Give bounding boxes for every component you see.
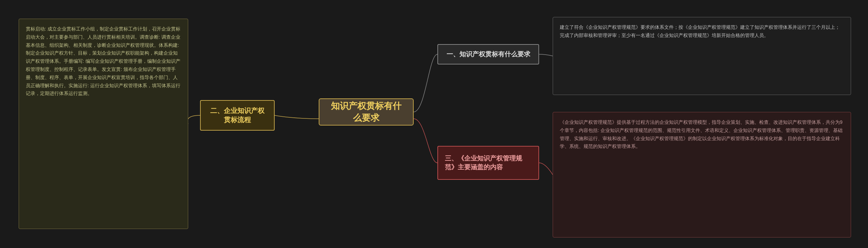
- center-node: 知识产权贯标有什么要求: [319, 98, 414, 126]
- left-detail-node: 贯标启动: 成立企业贯标工作小组，制定企业贯标工作计划，召开企业贯标启动大会，对…: [19, 19, 188, 229]
- right-top-main-node: 一、知识产权贯标有什么要求: [437, 44, 539, 64]
- right-top-detail-node: 建立了符合《企业知识产权管理规范》要求的体系文件；按《企业知识产权管理规范》建立…: [553, 17, 851, 95]
- right-bottom-detail-text: 《企业知识产权管理规范》提供基于过程方法的企业知识产权管理模型，指导企业策划、实…: [560, 119, 843, 149]
- left-main-label: 二、企业知识产权贯标流程: [208, 106, 267, 125]
- left-main-node: 二、企业知识产权贯标流程: [200, 100, 275, 131]
- right-bottom-main-label: 三、《企业知识产权管理规范》主要涵盖的内容: [445, 154, 532, 172]
- right-top-main-label: 一、知识产权贯标有什么要求: [447, 50, 530, 59]
- right-top-detail-text: 建立了符合《企业知识产权管理规范》要求的体系文件；按《企业知识产权管理规范》建立…: [560, 24, 840, 38]
- center-label: 知识产权贯标有什么要求: [330, 100, 403, 124]
- mind-map: 知识产权贯标有什么要求 二、企业知识产权贯标流程 贯标启动: 成立企业贯标工作小…: [0, 0, 868, 248]
- right-bottom-main-node: 三、《企业知识产权管理规范》主要涵盖的内容: [437, 146, 539, 180]
- right-bottom-detail-node: 《企业知识产权管理规范》提供基于过程方法的企业知识产权管理模型，指导企业策划、实…: [553, 112, 851, 237]
- left-detail-text: 贯标启动: 成立企业贯标工作小组，制定企业贯标工作计划，召开企业贯标启动大会，对…: [26, 26, 180, 96]
